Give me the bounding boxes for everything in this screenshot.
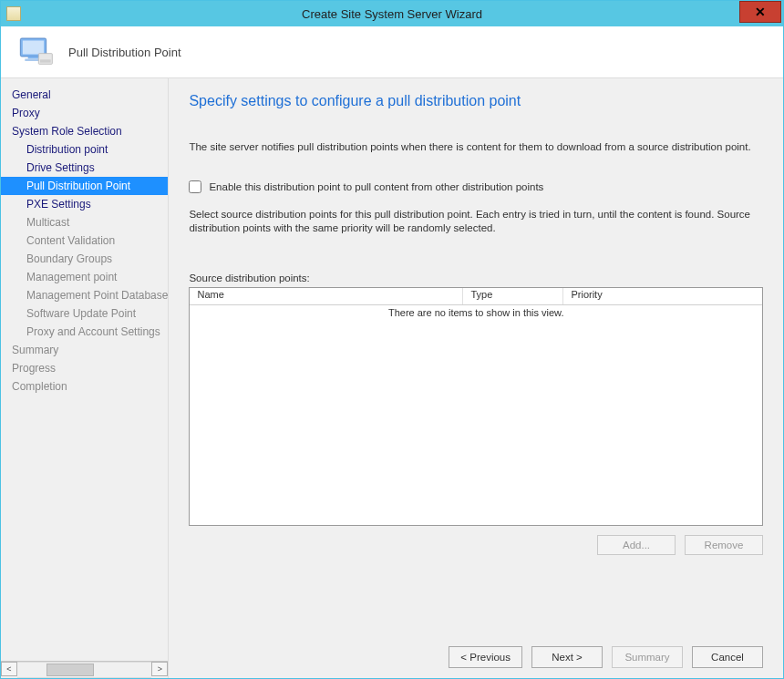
nav-item-drive-settings[interactable]: Drive Settings <box>1 159 168 177</box>
nav-item-proxy[interactable]: Proxy <box>1 104 168 122</box>
enable-pull-checkbox[interactable] <box>189 180 201 193</box>
svg-rect-2 <box>28 57 39 59</box>
nav-item-multicast[interactable]: Multicast <box>1 213 168 231</box>
col-priority[interactable]: Priority <box>563 288 762 304</box>
next-button[interactable]: Next > <box>531 646 603 668</box>
scroll-track[interactable] <box>17 662 151 678</box>
nav-item-system-role-selection[interactable]: System Role Selection <box>1 122 168 140</box>
close-icon: ✕ <box>755 5 766 18</box>
nav-item-summary[interactable]: Summary <box>1 341 168 359</box>
footer: < Previous Next > Summary Cancel <box>169 636 783 678</box>
titlebar: Create Site System Server Wizard ✕ <box>1 1 783 26</box>
nav-item-completion[interactable]: Completion <box>1 377 168 396</box>
header-band: Pull Distribution Point <box>1 26 783 78</box>
nav-item-progress[interactable]: Progress <box>1 359 168 377</box>
nav-item-management-point[interactable]: Management point <box>1 268 168 286</box>
page-title: Specify settings to configure a pull dis… <box>189 93 763 109</box>
header-subtitle: Pull Distribution Point <box>68 46 181 59</box>
table-body: There are no items to show in this view. <box>190 305 762 525</box>
nav-item-distribution-point[interactable]: Distribution point <box>1 140 168 159</box>
source-dp-table: Name Type Priority There are no items to… <box>189 287 763 526</box>
nav-list: GeneralProxySystem Role SelectionDistrib… <box>1 78 168 661</box>
table-label: Source distribution points: <box>189 273 763 283</box>
sidebar-scrollbar[interactable]: < > <box>1 661 168 678</box>
enable-pull-label: Enable this distribution point to pull c… <box>209 181 543 192</box>
table-buttons: Add... Remove <box>189 535 763 555</box>
wizard-body: GeneralProxySystem Role SelectionDistrib… <box>1 78 783 678</box>
nav-item-general[interactable]: General <box>1 86 168 104</box>
close-button[interactable]: ✕ <box>739 1 781 23</box>
add-button[interactable]: Add... <box>597 535 676 555</box>
monitor-icon <box>17 34 54 70</box>
nav-item-management-point-database[interactable]: Management Point Database <box>1 286 168 304</box>
main-panel: Specify settings to configure a pull dis… <box>169 78 783 678</box>
scroll-left-button[interactable]: < <box>1 662 17 676</box>
nav-item-software-update-point[interactable]: Software Update Point <box>1 304 168 323</box>
nav-item-content-validation[interactable]: Content Validation <box>1 231 168 250</box>
svg-rect-5 <box>40 59 51 62</box>
summary-button[interactable]: Summary <box>612 646 683 668</box>
sidebar: GeneralProxySystem Role SelectionDistrib… <box>1 78 169 678</box>
col-name[interactable]: Name <box>190 288 463 304</box>
cancel-button[interactable]: Cancel <box>692 646 763 668</box>
nav-item-proxy-and-account-settings[interactable]: Proxy and Account Settings <box>1 323 168 341</box>
scroll-thumb[interactable] <box>46 664 94 676</box>
svg-rect-1 <box>23 41 44 55</box>
remove-button[interactable]: Remove <box>685 535 763 555</box>
chevron-right-icon: > <box>158 664 162 674</box>
col-type[interactable]: Type <box>463 288 563 304</box>
empty-message: There are no items to show in this view. <box>388 307 564 318</box>
app-icon <box>6 6 21 21</box>
nav-item-pull-distribution-point[interactable]: Pull Distribution Point <box>1 177 168 195</box>
nav-item-boundary-groups[interactable]: Boundary Groups <box>1 250 168 268</box>
description-2: Select source distribution points for th… <box>189 208 763 236</box>
previous-button[interactable]: < Previous <box>449 646 522 668</box>
wizard-window: Create Site System Server Wizard ✕ Pull … <box>0 0 784 679</box>
window-title: Create Site System Server Wizard <box>1 7 783 21</box>
enable-pull-checkbox-row[interactable]: Enable this distribution point to pull c… <box>189 180 763 193</box>
nav-item-pxe-settings[interactable]: PXE Settings <box>1 195 168 213</box>
description-1: The site server notifies pull distributi… <box>189 140 763 155</box>
table-header: Name Type Priority <box>190 288 762 305</box>
chevron-left-icon: < <box>6 664 11 674</box>
scroll-right-button[interactable]: > <box>151 662 168 676</box>
